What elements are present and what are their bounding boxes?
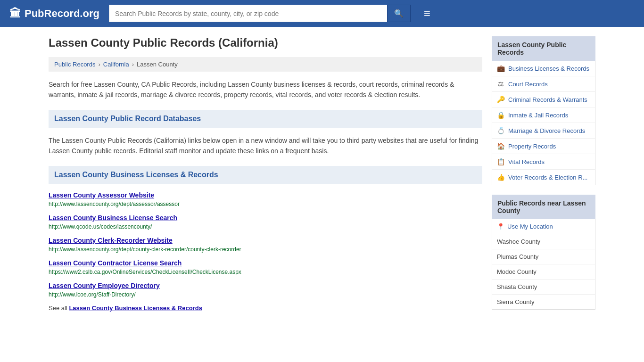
sidebar-item-property[interactable]: 🏠 Property Records <box>492 139 595 154</box>
sidebar-label-property: Property Records <box>508 143 556 150</box>
search-container: 🔍 <box>109 5 411 22</box>
nearby-list: 📍 Use My Location Washoe County Plumas C… <box>492 219 595 310</box>
scales-icon: ⚖ <box>497 80 504 88</box>
breadcrumb-california[interactable]: California <box>103 61 129 68</box>
nearby-county-plumas[interactable]: Plumas County <box>497 253 538 260</box>
link-employee-dir-url[interactable]: http://www.lcoe.org/Staff-Directory/ <box>49 291 136 298</box>
list-item: 🔒 Inmate & Jail Records <box>492 107 595 123</box>
lock-icon: 🔒 <box>497 111 504 119</box>
record-link-item: Lassen County Employee Directory http://… <box>49 282 482 298</box>
sidebar-label-vital: Vital Records <box>508 158 545 165</box>
briefcase-icon: 💼 <box>497 65 504 72</box>
house-icon: 🏠 <box>497 142 504 150</box>
see-all-link[interactable]: Lassen County Business Licenses & Record… <box>69 304 202 312</box>
sidebar-county-records-list: 💼 Business Licenses & Records ⚖ Court Re… <box>492 61 595 185</box>
sidebar-item-vital[interactable]: 📋 Vital Records <box>492 154 595 169</box>
business-links-list: Lassen County Assessor Website http://ww… <box>49 191 482 312</box>
list-item: ⚖ Court Records <box>492 76 595 92</box>
main-container: Lassen County Public Records (California… <box>39 27 605 321</box>
logo-text: PubRecord.org <box>25 8 99 20</box>
list-item: 💍 Marriage & Divorce Records <box>492 123 595 139</box>
list-item: 📍 Use My Location <box>492 219 595 234</box>
list-item: Plumas County <box>492 249 595 264</box>
clipboard-icon: 📋 <box>497 158 504 165</box>
list-item: Shasta County <box>492 280 595 295</box>
link-assessor-title[interactable]: Lassen County Assessor Website <box>49 191 482 199</box>
list-item: 💼 Business Licenses & Records <box>492 61 595 76</box>
record-link-item: Lassen County Business License Search ht… <box>49 214 482 230</box>
content-area: Lassen County Public Records (California… <box>49 36 482 312</box>
breadcrumb-public-records[interactable]: Public Records <box>54 61 95 68</box>
databases-description: The Lassen County Public Records (Califo… <box>49 135 482 156</box>
link-biz-license-title[interactable]: Lassen County Business License Search <box>49 214 482 222</box>
breadcrumb: Public Records › California › Lassen Cou… <box>49 57 482 72</box>
link-assessor-url[interactable]: http://www.lassencounty.org/dept/assesso… <box>49 201 180 207</box>
nearby-county-modoc[interactable]: Modoc County <box>497 268 537 275</box>
page-title: Lassen County Public Records (California… <box>49 36 482 49</box>
see-all-line: See all Lassen County Business Licenses … <box>49 304 482 312</box>
see-all-prefix: See all <box>49 304 67 312</box>
logo-icon: 🏛 <box>9 7 21 20</box>
nearby-county-sierra[interactable]: Sierra County <box>497 298 534 305</box>
ring-icon: 💍 <box>497 127 504 134</box>
record-link-item: Lassen County Contractor License Search … <box>49 259 482 275</box>
use-location-label: Use My Location <box>507 223 553 230</box>
list-item: 🏠 Property Records <box>492 139 595 154</box>
sidebar-county-records-title: Lassen County Public Records <box>492 36 595 61</box>
link-clerk-recorder-title[interactable]: Lassen County Clerk-Recorder Website <box>49 237 482 244</box>
list-item: Washoe County <box>492 234 595 249</box>
sidebar-item-inmate[interactable]: 🔒 Inmate & Jail Records <box>492 107 595 123</box>
sidebar-label-inmate: Inmate & Jail Records <box>508 112 568 119</box>
search-input[interactable] <box>109 5 387 22</box>
header: 🏛 PubRecord.org 🔍 ≡ <box>0 0 644 27</box>
description-text: Search for free Lassen County, CA Public… <box>49 79 482 100</box>
business-section-header: Lassen County Business Licenses & Record… <box>49 166 482 184</box>
sidebar-label-voter: Voter Records & Election R... <box>508 174 587 181</box>
link-contractor-url[interactable]: https://www2.cslb.ca.gov/OnlineServices/… <box>49 269 241 275</box>
record-link-item: Lassen County Assessor Website http://ww… <box>49 191 482 207</box>
sidebar-label-marriage: Marriage & Divorce Records <box>508 127 585 134</box>
breadcrumb-sep-2: › <box>132 61 134 68</box>
key-icon: 🔑 <box>497 96 504 103</box>
search-button[interactable]: 🔍 <box>387 5 411 22</box>
breadcrumb-sep-1: › <box>98 61 100 68</box>
sidebar: Lassen County Public Records 💼 Business … <box>492 36 595 312</box>
location-pin-icon: 📍 <box>497 223 504 230</box>
logo-link[interactable]: 🏛 PubRecord.org <box>9 7 99 20</box>
use-location-button[interactable]: 📍 Use My Location <box>497 223 590 230</box>
list-item: 🔑 Criminal Records & Warrants <box>492 92 595 107</box>
breadcrumb-lassen: Lassen County <box>137 61 178 68</box>
list-item: 📋 Vital Records <box>492 154 595 170</box>
databases-section-header: Lassen County Public Record Databases <box>49 110 482 128</box>
link-clerk-recorder-url[interactable]: http://www.lassencounty.org/dept/county-… <box>49 246 241 253</box>
sidebar-item-court[interactable]: ⚖ Court Records <box>492 76 595 91</box>
link-contractor-title[interactable]: Lassen County Contractor License Search <box>49 259 482 267</box>
sidebar-label-business: Business Licenses & Records <box>508 65 589 72</box>
menu-button[interactable]: ≡ <box>420 5 434 22</box>
nearby-county-washoe[interactable]: Washoe County <box>497 238 540 245</box>
link-employee-dir-title[interactable]: Lassen County Employee Directory <box>49 282 482 289</box>
nearby-section-title: Public Records near Lassen County <box>492 195 595 219</box>
list-item: Sierra County <box>492 295 595 309</box>
list-item: Modoc County <box>492 264 595 280</box>
sidebar-item-voter[interactable]: 👍 Voter Records & Election R... <box>492 170 595 185</box>
sidebar-item-criminal[interactable]: 🔑 Criminal Records & Warrants <box>492 92 595 107</box>
sidebar-label-criminal: Criminal Records & Warrants <box>508 96 587 103</box>
record-link-item: Lassen County Clerk-Recorder Website htt… <box>49 237 482 253</box>
nearby-county-shasta[interactable]: Shasta County <box>497 283 537 290</box>
sidebar-item-business[interactable]: 💼 Business Licenses & Records <box>492 61 595 76</box>
link-biz-license-url[interactable]: http://www.qcode.us/codes/lassencounty/ <box>49 223 152 230</box>
sidebar-item-marriage[interactable]: 💍 Marriage & Divorce Records <box>492 123 595 138</box>
list-item: 👍 Voter Records & Election R... <box>492 170 595 185</box>
sidebar-label-court: Court Records <box>508 81 548 88</box>
thumbsup-icon: 👍 <box>497 173 504 181</box>
